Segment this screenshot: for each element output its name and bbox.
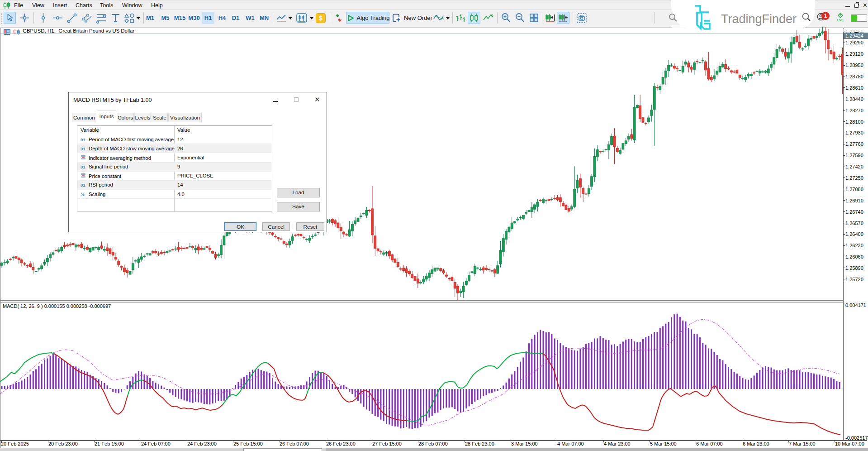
svg-text:LVL: LVL [837,18,844,22]
